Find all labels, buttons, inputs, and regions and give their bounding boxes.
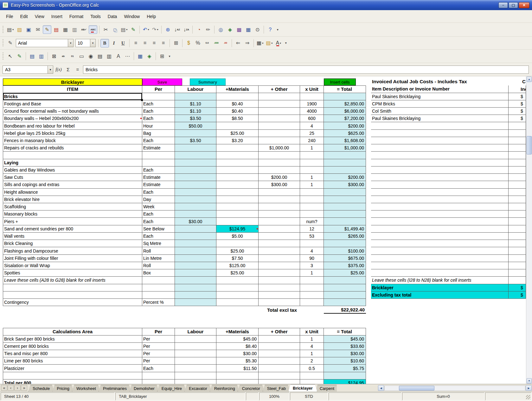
cell-item[interactable]: Gables and Bay Windows [3,166,142,174]
copy-icon[interactable]: ▢ [111,25,119,34]
cell-partial[interactable] [509,299,526,306]
cell-partial[interactable] [509,137,526,144]
more-controls-icon[interactable]: ⋯ [123,52,132,60]
formatted-field-icon[interactable]: 01 [68,52,77,60]
cell-item[interactable]: Height allowance [3,189,142,196]
align-center-icon[interactable]: ≡ [141,39,149,47]
cell-total[interactable] [324,152,366,159]
cell-unit[interactable] [300,284,324,291]
cell-gap[interactable] [366,130,371,137]
cell-per[interactable]: Each [142,210,175,218]
cell-materials[interactable] [216,144,259,152]
next-sheet-button[interactable]: › [14,385,21,391]
cell-labour[interactable] [175,379,216,384]
sheet-tab-equip-hire[interactable]: Equip_Hire [157,385,186,392]
sheet-tab-preliminaries[interactable]: Preliminaries [99,385,131,392]
cell-labour[interactable] [175,144,216,152]
cell-materials[interactable]: $3.20 [216,137,259,144]
sheet-tab-steel-fab[interactable]: Steel_Fab [263,385,290,392]
sheet-tab-concretor[interactable]: Concretor [238,385,265,392]
horizontal-scrollbar-track[interactable] [384,385,525,391]
cell-other[interactable] [259,233,300,240]
open-file-icon[interactable]: ▨ [15,25,24,34]
zoom-icon[interactable]: ⊙ [253,25,262,34]
option-button-icon[interactable]: ◉ [87,52,95,60]
save-icon[interactable]: ▣ [24,25,33,34]
cell-labour[interactable] [175,335,216,343]
cell-item[interactable]: Wall vents [3,233,142,240]
cell-per[interactable]: Estimate [142,174,175,181]
cell-other[interactable] [259,284,300,291]
cell-invoice[interactable] [371,262,509,269]
cell-other[interactable] [259,379,300,384]
paste-icon[interactable]: ▤▾ [120,25,128,34]
status-sum[interactable]: Sum=0 [402,392,484,400]
form-navigator-icon[interactable]: ◈ [145,52,154,60]
cell-materials[interactable] [216,210,259,218]
cell-labour[interactable] [175,189,216,196]
formula-input[interactable]: Bricks [83,66,529,74]
design-mode-icon[interactable]: ✎ [15,52,24,60]
cell-other[interactable] [259,210,300,218]
cell-per[interactable]: Week [142,203,175,210]
cell-other[interactable]: $1,000.00 [259,144,300,152]
cell-unit[interactable] [300,166,324,174]
cell-materials[interactable]: $25.00 [216,130,259,137]
cell-other[interactable] [259,372,300,379]
cell-gap[interactable] [366,100,371,108]
percent-format-icon[interactable]: % [194,39,202,47]
maximize-button[interactable]: ▢ [509,2,518,8]
cell-total[interactable]: $1,000.00 [324,144,366,152]
cell-unit[interactable] [300,240,324,247]
cell-gap[interactable] [366,262,371,269]
column-header-gap[interactable] [366,85,371,93]
cell-gap[interactable] [366,159,371,166]
text-box-icon[interactable]: ab [59,52,67,60]
sheet-tab-pricing[interactable]: Pricing [52,385,74,392]
cell-other[interactable] [259,240,300,247]
cell-total[interactable]: $5.75 [324,365,366,372]
cell-invoice[interactable]: Col Smith [371,108,509,115]
cell-per[interactable] [142,152,175,159]
cell-unit[interactable]: 4 [300,343,324,350]
cell-labour[interactable] [175,93,216,100]
cell-materials[interactable] [216,196,259,203]
cell-labour[interactable] [175,350,216,357]
cell-item[interactable]: Ground floor external walls – not bounda… [3,108,142,115]
cell-other[interactable] [259,166,300,174]
vertical-scrollbar[interactable]: ▲ ▼ [526,76,532,384]
cell-item[interactable]: Leave these cells (A28 to G28) blank for… [3,277,142,284]
cell-invoice[interactable] [371,196,509,203]
cell-invoice[interactable] [371,203,509,210]
cell-other[interactable] [259,277,300,284]
cell-labour[interactable] [175,166,216,174]
toolbar-options-icon[interactable]: ▾ [275,25,280,34]
cell-invoice[interactable] [371,122,509,129]
select-pointer-icon[interactable]: ↖ [6,52,15,60]
cell-unit[interactable] [300,159,324,166]
cell-per[interactable]: Each [142,115,175,122]
column-header-unit[interactable]: x Unit [300,85,324,93]
cell-labour[interactable] [175,269,216,277]
cell-gap[interactable] [366,115,371,122]
cell-total[interactable] [324,372,366,379]
cell-per[interactable]: Per [142,357,175,365]
cell-gap[interactable] [366,122,371,129]
delete-decimal-place-icon[interactable]: .00 [221,39,230,47]
cell-total[interactable]: $1,608.00 [324,137,366,144]
cell-total[interactable] [324,159,366,166]
cell-per[interactable]: Each [142,108,175,115]
cell-materials[interactable] [216,299,259,306]
cell-per[interactable]: Bag [142,130,175,137]
auto-spellcheck-icon[interactable]: ABC [89,25,97,34]
cell-materials[interactable]: $0.40 [216,108,259,115]
cell-gap[interactable] [366,210,371,218]
cell-unit[interactable]: 4000 [300,108,324,115]
form-properties-icon[interactable]: ▥ [37,52,46,60]
cell-item[interactable]: Ties and misc per 800 [3,350,142,357]
cell-invoice[interactable] [371,152,509,159]
cell-labour[interactable] [175,174,216,181]
calc-column-header-materials[interactable]: +Materials [216,328,259,335]
combo-box-icon[interactable]: ▥ [105,52,113,60]
cell-invoice[interactable] [371,247,509,254]
